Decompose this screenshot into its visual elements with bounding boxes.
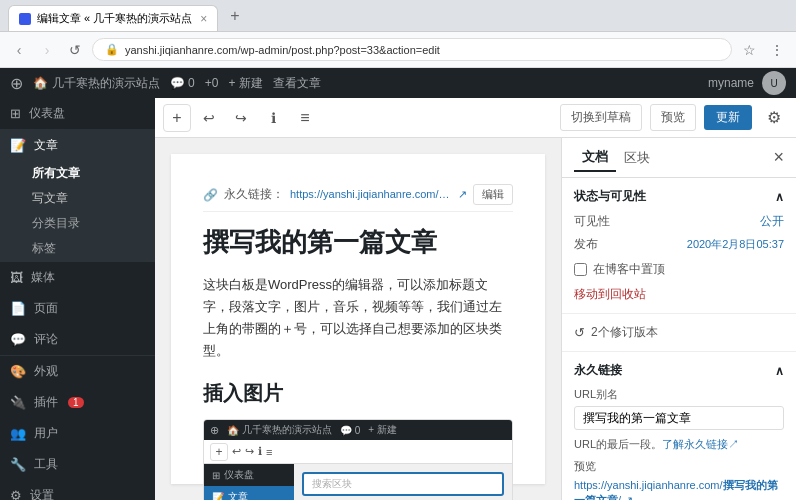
sidebar-item-posts[interactable]: 📝 文章 bbox=[0, 130, 155, 161]
sidebar-subitem-categories[interactable]: 分类目录 bbox=[0, 211, 155, 236]
browser-menu-icon[interactable]: ⋮ bbox=[766, 39, 788, 61]
sidebar-item-pages[interactable]: 📄 页面 bbox=[0, 293, 155, 324]
publish-button[interactable]: 更新 bbox=[704, 105, 752, 130]
toggle-block-inserter-button[interactable]: + bbox=[163, 104, 191, 132]
reload-button[interactable]: ↺ bbox=[64, 39, 86, 61]
permalink-learn-link[interactable]: 了解永久链接↗ bbox=[662, 438, 739, 450]
site-name-text: 几千寒热的演示站点 bbox=[52, 75, 160, 92]
dashboard-icon: ⊞ bbox=[10, 106, 21, 121]
browser-chrome: 编辑文章 « 几千寒热的演示站点 × + bbox=[0, 0, 796, 32]
sidebar-item-dashboard[interactable]: ⊞ 仪表盘 bbox=[0, 98, 155, 129]
permalink-chevron-icon: ∧ bbox=[775, 364, 784, 378]
sidebar-subitem-all-posts[interactable]: 所有文章 bbox=[0, 161, 155, 186]
block-navigation-button[interactable]: ≡ bbox=[291, 104, 319, 132]
new-post-button[interactable]: + 新建 bbox=[228, 75, 262, 92]
sidebar-item-settings[interactable]: ⚙ 设置 bbox=[0, 480, 155, 500]
sidebar-item-plugins[interactable]: 🔌 插件 1 bbox=[0, 387, 155, 418]
url-slug-input[interactable] bbox=[574, 406, 784, 430]
editor-toolbar: + ↩ ↪ ℹ ≡ 切换到草稿 预览 更新 ⚙ bbox=[155, 98, 796, 138]
panel-close-button[interactable]: × bbox=[773, 147, 784, 168]
close-tab-icon[interactable]: × bbox=[200, 12, 207, 26]
preview-button[interactable]: 预览 bbox=[650, 104, 696, 131]
sidebar-item-media[interactable]: 🖼 媒体 bbox=[0, 262, 155, 293]
link-icon: 🔗 bbox=[203, 188, 218, 202]
inner-undo-btn: ↩ bbox=[232, 445, 241, 458]
visibility-value[interactable]: 公开 bbox=[760, 213, 784, 230]
toolbar-right: 切换到草稿 预览 更新 ⚙ bbox=[560, 104, 788, 132]
sidebar-item-tools[interactable]: 🔧 工具 bbox=[0, 449, 155, 480]
sidebar-item-comments[interactable]: 💬 评论 bbox=[0, 324, 155, 355]
likes-count: +0 bbox=[205, 76, 219, 90]
permalink-url[interactable]: https://yanshi.jiqianhanre.com/撰写我的第一篇文章… bbox=[290, 187, 452, 202]
admin-avatar[interactable]: U bbox=[762, 71, 786, 95]
move-to-trash-link[interactable]: 移动到回收站 bbox=[574, 286, 784, 303]
inner-menu-btn: ≡ bbox=[266, 446, 272, 458]
redo-button[interactable]: ↪ bbox=[227, 104, 255, 132]
visibility-label: 可见性 bbox=[574, 213, 610, 230]
sticky-checkbox-row: 在博客中置顶 bbox=[574, 261, 784, 278]
comments-bar-item[interactable]: 💬 0 bbox=[170, 76, 195, 90]
preview-permalink-link[interactable]: https://yanshi.jiqianhanre.com/撰写我的第一篇文章… bbox=[574, 478, 784, 501]
inner-main-area: 搜索区块 最常用 ∧ bbox=[294, 464, 512, 500]
wp-logo[interactable]: ⊕ bbox=[10, 74, 23, 93]
sticky-checkbox[interactable] bbox=[574, 263, 587, 276]
posts-icon: 📝 bbox=[10, 138, 26, 153]
forward-button[interactable]: › bbox=[36, 39, 58, 61]
address-text: yanshi.jiqianhanre.com/wp-admin/post.php… bbox=[125, 44, 440, 56]
sidebar-subitem-write[interactable]: 写文章 bbox=[0, 186, 155, 211]
wp-sidebar: ⊞ 仪表盘 📝 文章 所有文章 写文章 分类目录 标签 🖼 媒体 📄 页面 💬 … bbox=[0, 98, 155, 500]
tab-label: 编辑文章 « 几千寒热的演示站点 bbox=[37, 11, 192, 26]
permalink-section-header[interactable]: 永久链接 ∧ bbox=[574, 362, 784, 379]
inner-wp-icon: ⊕ bbox=[210, 424, 219, 437]
media-icon: 🖼 bbox=[10, 270, 23, 285]
wp-admin-bar: ⊕ 🏠 几千寒热的演示站点 💬 0 +0 + 新建 查看文章 myname U bbox=[0, 68, 796, 98]
preview-label: 预览 bbox=[574, 459, 784, 474]
sidebar-item-appearance[interactable]: 🎨 外观 bbox=[0, 356, 155, 387]
inner-layout: ⊞仪表盘 📝文章 所有文章 写文章 分类目录 标签 bbox=[204, 464, 512, 500]
external-link-icon: ↗ bbox=[458, 188, 467, 201]
editor-settings-button[interactable]: ⚙ bbox=[760, 104, 788, 132]
new-tab-button[interactable]: + bbox=[222, 3, 247, 29]
admin-username[interactable]: myname bbox=[708, 76, 754, 90]
view-post-link[interactable]: 查看文章 bbox=[273, 75, 321, 92]
tab-document[interactable]: 文档 bbox=[574, 144, 616, 172]
tab-block[interactable]: 区块 bbox=[616, 145, 658, 171]
status-visibility-header[interactable]: 状态与可见性 ∧ bbox=[574, 188, 784, 205]
sidebar-item-users[interactable]: 👥 用户 bbox=[0, 418, 155, 449]
bookmark-icon[interactable]: ☆ bbox=[738, 39, 760, 61]
address-bar[interactable]: 🔒 yanshi.jiqianhanre.com/wp-admin/post.p… bbox=[92, 38, 732, 61]
inner-sidebar-dashboard: ⊞仪表盘 bbox=[204, 464, 294, 486]
revisions-icon: ↺ bbox=[574, 325, 585, 340]
switch-editor-button[interactable]: 切换到草稿 bbox=[560, 104, 642, 131]
post-title[interactable]: 撰写我的第一篇文章 bbox=[203, 226, 513, 260]
comments-count: 0 bbox=[188, 76, 195, 90]
permalink-section: 永久链接 ∧ URL别名 URL的最后一段。了解永久链接↗ 预览 https:/… bbox=[562, 352, 796, 500]
inner-admin-new: + 新建 bbox=[368, 423, 397, 437]
panel-header: 文档 区块 × bbox=[562, 138, 796, 178]
status-visibility-section: 状态与可见性 ∧ 可见性 公开 发布 2020年2月8日05:37 在博客中置顶 bbox=[562, 178, 796, 314]
info-button[interactable]: ℹ bbox=[259, 104, 287, 132]
revisions-section: ↺ 2个修订版本 bbox=[562, 314, 796, 352]
permalink-edit-button[interactable]: 编辑 bbox=[473, 184, 513, 205]
editor-area: 🔗 永久链接： https://yanshi.jiqianhanre.com/撰… bbox=[155, 138, 796, 500]
inner-sidebar-posts: 📝文章 bbox=[204, 486, 294, 500]
tab-favicon bbox=[19, 13, 31, 25]
inner-redo-btn: ↪ bbox=[245, 445, 254, 458]
publish-date[interactable]: 2020年2月8日05:37 bbox=[687, 237, 784, 252]
sidebar-sub-posts: 所有文章 写文章 分类目录 标签 bbox=[0, 161, 155, 261]
likes-bar-item[interactable]: +0 bbox=[205, 76, 219, 90]
wp-layout: ⊞ 仪表盘 📝 文章 所有文章 写文章 分类目录 标签 🖼 媒体 📄 页面 💬 … bbox=[0, 98, 796, 500]
sidebar-subitem-tags[interactable]: 标签 bbox=[0, 236, 155, 261]
inner-screenshot-container: ⊕ 🏠 几千寒热的演示站点 💬 0 + 新建 + ↩ ↪ ℹ ≡ bbox=[203, 419, 513, 500]
undo-button[interactable]: ↩ bbox=[195, 104, 223, 132]
site-name-bar[interactable]: 🏠 几千寒热的演示站点 bbox=[33, 75, 160, 92]
browser-tab[interactable]: 编辑文章 « 几千寒热的演示站点 × bbox=[8, 5, 218, 31]
plugins-icon: 🔌 bbox=[10, 395, 26, 410]
post-content[interactable]: 这块白板是WordPress的编辑器，可以添加标题文字，段落文字，图片，音乐，视… bbox=[203, 274, 513, 362]
revisions-row[interactable]: ↺ 2个修订版本 bbox=[574, 324, 784, 341]
inner-admin-bar: ⊕ 🏠 几千寒热的演示站点 💬 0 + 新建 bbox=[204, 420, 512, 440]
back-button[interactable]: ‹ bbox=[8, 39, 30, 61]
section-heading[interactable]: 插入图片 bbox=[203, 380, 513, 407]
site-home-icon: 🏠 bbox=[33, 76, 48, 90]
inner-info-btn: ℹ bbox=[258, 445, 262, 458]
